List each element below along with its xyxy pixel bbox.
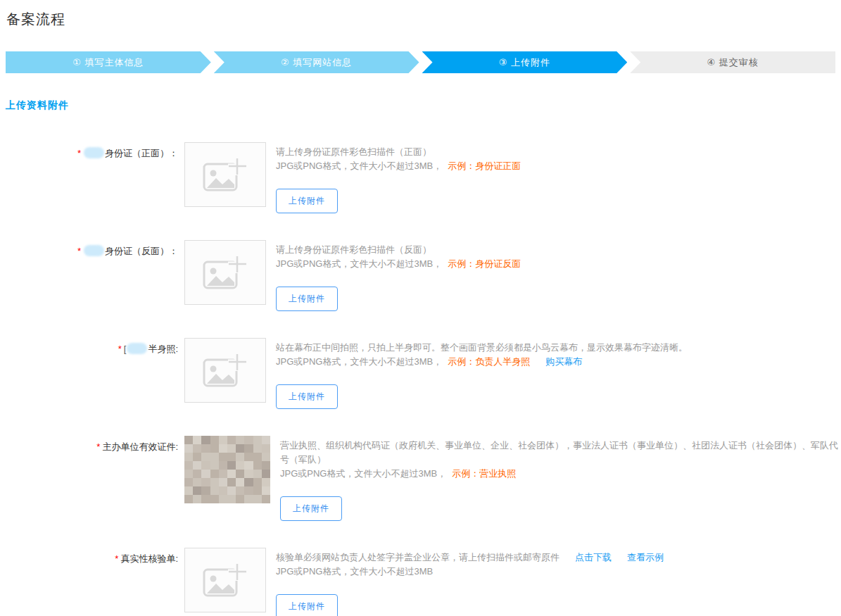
field-label: 半身照: bbox=[148, 344, 178, 354]
field-description: 请上传身份证原件彩色扫描件（正面） JPG或PNG格式，文件大小不超过3MB，示… bbox=[276, 142, 521, 213]
redacted-name-blob bbox=[84, 245, 104, 256]
upload-row: *真实性核验单: 核验单必须网站负责人处签字并盖企业公章，请上传扫描件或邮寄原件… bbox=[0, 548, 841, 616]
desc-line1: 站在幕布正中间拍照，只拍上半身即可。整个画面背景必须都是小鸟云幕布，显示效果幕布… bbox=[276, 341, 688, 355]
wizard-step-1: ① 填写主体信息 bbox=[6, 51, 211, 73]
field-description: 站在幕布正中间拍照，只拍上半身即可。整个画面背景必须都是小鸟云幕布，显示效果幕布… bbox=[276, 338, 688, 409]
required-star: * bbox=[115, 553, 118, 564]
example-link[interactable]: 示例：营业执照 bbox=[452, 468, 516, 479]
desc-line2: JPG或PNG格式，文件大小不超过3MB，示例：营业执照 bbox=[280, 467, 841, 481]
upload-dropzone[interactable] bbox=[184, 240, 266, 305]
field-label-wrap: *主办单位有效证件: bbox=[0, 436, 178, 453]
field-label-wrap: *身份证（正面）： bbox=[0, 142, 178, 160]
desc-line2: JPG或PNG格式，文件大小不超过3MB，示例：身份证反面 bbox=[276, 257, 521, 271]
wizard-step-3: ③ 上传附件 bbox=[422, 51, 628, 73]
upload-row: *[半身照: 站在幕布正中间拍照，只拍上半身即可。整个画面背景必须都是小鸟云幕布… bbox=[0, 338, 841, 409]
upload-row: *身份证（正面）： 请上传身份证原件彩色扫描件（正面） JPG或PNG格式，文件… bbox=[0, 142, 841, 213]
icp-filing-page: { "page_title": "备案流程", "section_title":… bbox=[0, 0, 841, 616]
wizard-step-4: ④ 提交审核 bbox=[630, 51, 835, 73]
required-star: * bbox=[96, 441, 100, 452]
required-star: * bbox=[77, 246, 81, 256]
desc-line2: JPG或PNG格式，文件大小不超过3MB bbox=[276, 565, 664, 579]
upload-button[interactable]: 上传附件 bbox=[276, 189, 338, 213]
upload-dropzone[interactable] bbox=[184, 142, 266, 207]
upload-button[interactable]: 上传附件 bbox=[276, 594, 338, 616]
example-link[interactable]: 示例：身份证反面 bbox=[448, 258, 521, 269]
desc-line2: JPG或PNG格式，文件大小不超过3MB，示例：负责人半身照购买幕布 bbox=[276, 355, 688, 369]
field-description: 营业执照、组织机构代码证（政府机关、事业单位、企业、社会团体），事业法人证书（事… bbox=[280, 436, 841, 521]
upload-button[interactable]: 上传附件 bbox=[280, 496, 342, 521]
redacted-name-blob bbox=[84, 147, 104, 158]
image-plus-icon bbox=[203, 157, 248, 192]
field-label: 身份证（反面）： bbox=[105, 246, 178, 256]
image-plus-icon bbox=[203, 562, 248, 598]
upload-rows: *身份证（正面）： 请上传身份证原件彩色扫描件（正面） JPG或PNG格式，文件… bbox=[0, 142, 841, 616]
upload-button[interactable]: 上传附件 bbox=[276, 287, 338, 311]
field-description: 核验单必须网站负责人处签字并盖企业公章，请上传扫描件或邮寄原件点击下载查看示例 … bbox=[276, 548, 664, 616]
desc-line1: 请上传身份证原件彩色扫描件（正面） bbox=[276, 145, 521, 159]
image-plus-icon bbox=[203, 255, 248, 290]
field-label-wrap: *真实性核验单: bbox=[0, 548, 178, 565]
label-prefix: [ bbox=[124, 344, 127, 354]
desc-line2: JPG或PNG格式，文件大小不超过3MB，示例：身份证正面 bbox=[276, 159, 521, 173]
redacted-name-blob bbox=[127, 343, 147, 354]
upload-row: *主办单位有效证件: 营业执照、组织机构代码证（政府机关、事业单位、企业、社会团… bbox=[0, 436, 841, 521]
field-label-wrap: *身份证（反面）： bbox=[0, 240, 178, 258]
field-label: 真实性核验单: bbox=[120, 553, 178, 564]
field-label: 主办单位有效证件: bbox=[102, 441, 178, 452]
section-title: 上传资料附件 bbox=[6, 99, 841, 112]
page-title: 备案流程 bbox=[6, 10, 841, 29]
desc-line1: 请上传身份证原件彩色扫描件（反面） bbox=[276, 243, 521, 257]
text-link[interactable]: 购买幕布 bbox=[545, 356, 582, 367]
required-star: * bbox=[118, 344, 122, 354]
upload-dropzone[interactable] bbox=[184, 338, 266, 403]
uploaded-document-preview bbox=[184, 436, 270, 503]
upload-dropzone[interactable] bbox=[184, 548, 266, 612]
wizard-step-2: ② 填写网站信息 bbox=[214, 51, 419, 73]
field-label: 身份证（正面）： bbox=[105, 148, 178, 158]
desc-line1: 营业执照、组织机构代码证（政府机关、事业单位、企业、社会团体），事业法人证书（事… bbox=[280, 439, 841, 467]
text-link[interactable]: 点击下载 bbox=[575, 552, 612, 562]
step-bar: ① 填写主体信息② 填写网站信息③ 上传附件④ 提交审核 bbox=[6, 51, 835, 73]
example-link[interactable]: 示例：身份证正面 bbox=[448, 161, 521, 171]
example-link[interactable]: 示例：负责人半身照 bbox=[448, 356, 530, 367]
field-description: 请上传身份证原件彩色扫描件（反面） JPG或PNG格式，文件大小不超过3MB，示… bbox=[276, 240, 521, 311]
field-label-wrap: *[半身照: bbox=[0, 338, 178, 356]
upload-button[interactable]: 上传附件 bbox=[276, 384, 338, 409]
upload-row: *身份证（反面）： 请上传身份证原件彩色扫描件（反面） JPG或PNG格式，文件… bbox=[0, 240, 841, 311]
desc-line1: 核验单必须网站负责人处签字并盖企业公章，请上传扫描件或邮寄原件点击下载查看示例 bbox=[276, 551, 664, 565]
required-star: * bbox=[77, 148, 81, 158]
text-link[interactable]: 查看示例 bbox=[627, 552, 664, 562]
image-plus-icon bbox=[203, 353, 248, 388]
